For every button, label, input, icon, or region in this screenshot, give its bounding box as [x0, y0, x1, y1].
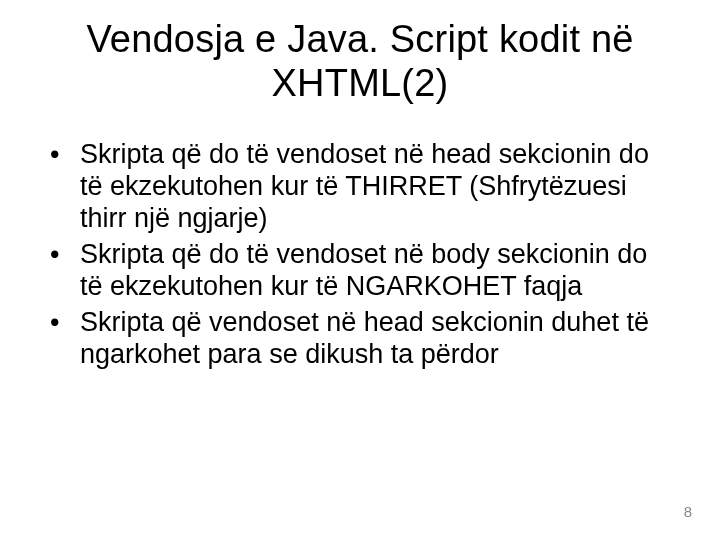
list-item: Skripta që do të vendoset në body sekcio… [46, 239, 674, 303]
bullet-text: Skripta që do të vendoset në head sekcio… [80, 139, 649, 233]
list-item: Skripta që vendoset në head sekcionin du… [46, 307, 674, 371]
slide: Vendosja e Java. Script kodit në XHTML(2… [0, 0, 720, 540]
page-number: 8 [684, 503, 692, 520]
bullet-text: Skripta që vendoset në head sekcionin du… [80, 307, 649, 369]
title-line-2: XHTML(2) [272, 62, 449, 104]
slide-title: Vendosja e Java. Script kodit në XHTML(2… [46, 18, 674, 105]
bullet-list: Skripta që do të vendoset në head sekcio… [46, 139, 674, 370]
list-item: Skripta që do të vendoset në head sekcio… [46, 139, 674, 235]
bullet-text: Skripta që do të vendoset në body sekcio… [80, 239, 647, 301]
title-line-1: Vendosja e Java. Script kodit në [86, 18, 633, 60]
